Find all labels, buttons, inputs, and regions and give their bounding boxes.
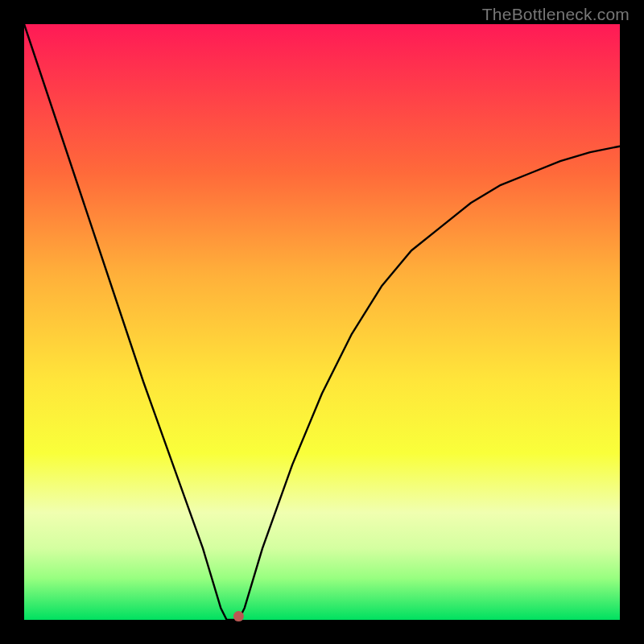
chart-svg	[24, 24, 620, 620]
plot-area	[24, 24, 620, 620]
watermark-text: TheBottleneck.com	[482, 5, 630, 24]
optimum-marker	[233, 611, 244, 621]
bottleneck-curve	[24, 24, 620, 620]
chart-frame: TheBottleneck.com	[0, 0, 644, 644]
